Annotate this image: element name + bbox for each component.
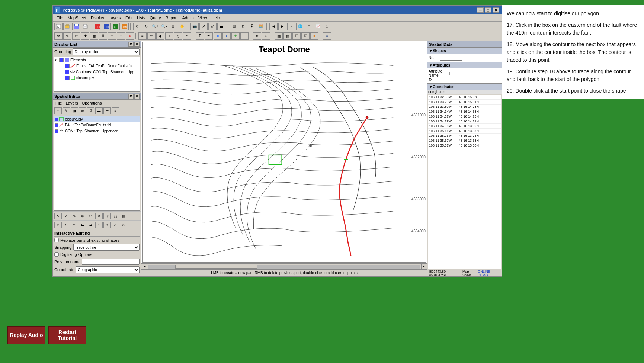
se-edit-btn-9[interactable]: ▤ <box>120 213 127 219</box>
edit-node-btn[interactable]: ✎ <box>63 32 71 40</box>
export-btn[interactable]: ↗ <box>199 23 208 30</box>
circle-btn[interactable]: ○ <box>165 32 173 40</box>
se-menu-operations[interactable]: Operations <box>81 100 103 106</box>
wave-btn[interactable]: ~ <box>183 32 191 40</box>
new-btn[interactable]: N <box>54 23 63 30</box>
img-btn[interactable]: IMG <box>121 23 129 30</box>
ie-snapping-select[interactable]: Trace outline <box>73 244 140 251</box>
prev-btn[interactable]: ◄ <box>269 23 278 30</box>
menu-help[interactable]: Help <box>209 15 222 21</box>
sdp-no-input[interactable] <box>440 55 462 61</box>
se-layer-closure-check[interactable] <box>55 118 58 121</box>
se-btn-5[interactable]: ⧉ <box>87 107 94 114</box>
layers2-btn[interactable]: ≡ <box>138 32 147 40</box>
menu-file[interactable]: File <box>54 15 65 21</box>
sdp-attributes-header[interactable]: ▼ Attributes <box>427 62 502 68</box>
tree-item-elements[interactable]: ▾ Elements <box>54 57 140 63</box>
ie-coordinate-select[interactable]: Geographic <box>76 266 140 273</box>
tree-item-contours[interactable]: Contours: CON Top_Shannon_Upper.con <box>54 69 140 75</box>
pen-btn[interactable]: ✒ <box>205 32 213 40</box>
spatial-editor-settings-btn[interactable]: ⚙ <box>128 94 134 99</box>
global-btn[interactable]: 🌐 <box>296 23 304 30</box>
se-edit2-btn-1[interactable]: ✏ <box>54 222 62 228</box>
bar-btn[interactable]: ▬ <box>217 23 225 30</box>
menu-report[interactable]: Report <box>163 15 180 21</box>
next-btn[interactable]: ► <box>278 23 286 30</box>
save-btn[interactable] <box>72 23 80 30</box>
se-edit-btn-3[interactable]: ✎ <box>71 213 78 219</box>
blue-circle-btn[interactable]: ● <box>323 32 331 40</box>
navigate-fwd-btn[interactable]: ↻ <box>142 23 150 30</box>
menu-edit[interactable]: Edit <box>123 15 135 21</box>
spatial-editor-close-btn[interactable]: ✕ <box>134 94 140 99</box>
dots-btn[interactable]: ⠿ <box>99 32 107 40</box>
info-btn[interactable]: ℹ <box>323 23 331 30</box>
se-btn-8[interactable]: ≡ <box>112 107 119 114</box>
ie-digitizing-checkbox[interactable] <box>54 252 59 257</box>
ie-replace-checkbox[interactable] <box>54 238 59 242</box>
se-menu-layers[interactable]: Layers <box>65 100 79 106</box>
se-btn-7[interactable]: ━ <box>103 107 111 114</box>
map-canvas[interactable]: Teapot Dome 800000 E 8010000 E 8020000 E… <box>142 42 426 263</box>
pan-btn[interactable]: ✋ <box>178 23 186 30</box>
se-layer-contours[interactable]: CON : Top_Shannon_Upper.con <box>54 128 140 134</box>
shapes-btn[interactable]: ◆ <box>156 32 164 40</box>
arrow-up-btn[interactable]: ↑ <box>117 32 125 40</box>
calc-btn[interactable]: 🧮 <box>257 23 265 30</box>
se-edit-btn-8[interactable]: ⬚ <box>112 213 119 219</box>
grid-btn[interactable]: ⊞ <box>230 23 238 30</box>
tree-toggle-elements[interactable]: ▾ <box>55 58 59 62</box>
edit2-btn[interactable]: ✏ <box>147 32 156 40</box>
se-layer-contours-check[interactable] <box>55 129 58 133</box>
se-edit-btn-7[interactable]: ⧬ <box>103 213 111 219</box>
se-edit-btn-4[interactable]: ⊕ <box>79 213 86 219</box>
dash-btn[interactable]: ━ <box>108 32 116 40</box>
import-btn[interactable]: ↙ <box>208 23 217 30</box>
tree-check-closure[interactable] <box>65 76 70 80</box>
minimize-button[interactable]: ─ <box>477 7 484 13</box>
sdp-coordinates-header[interactable]: ▼ Coordinates <box>427 84 502 90</box>
se-edit2-btn-8[interactable]: ⤢ <box>112 222 119 228</box>
print-btn[interactable] <box>81 23 89 30</box>
zoom-in-btn[interactable]: 🔍+ <box>151 23 159 30</box>
se-edit2-btn-5[interactable]: ⇌ <box>87 222 94 228</box>
scroll-right-arrow[interactable]: ► <box>421 264 426 269</box>
map-scrollbar[interactable]: ◄ ► <box>141 263 427 269</box>
xls-btn[interactable]: XLS <box>112 23 120 30</box>
display-list-close-btn[interactable]: ✕ <box>134 42 140 47</box>
right-btn[interactable]: → <box>240 32 249 40</box>
orange-btn[interactable]: ■ <box>310 32 318 40</box>
se-btn-2[interactable]: ✎ <box>63 107 70 114</box>
restart-tutorial-button[interactable]: Restart Tutorial <box>48 326 86 344</box>
table-btn[interactable]: ▦ <box>275 32 283 40</box>
text-btn[interactable]: T <box>196 32 204 40</box>
se-edit2-btn-2[interactable]: ↶ <box>63 222 70 228</box>
se-edit-btn-6[interactable]: ⊘ <box>95 213 103 219</box>
se-layer-faults-check[interactable] <box>55 123 58 127</box>
settings-btn[interactable]: ⚙ <box>239 23 247 30</box>
db-btn[interactable]: 🗄 <box>248 23 256 30</box>
se-layer-faults[interactable]: FAL : TeaPotDomeFaults.fal <box>54 122 140 128</box>
se-edit-btn-5[interactable]: ✂ <box>87 213 94 219</box>
checkbox-btn[interactable]: ☑ <box>301 32 310 40</box>
undo-btn[interactable]: ↺ <box>54 32 63 40</box>
tree-item-faults[interactable]: Faults: FAL TeaPotDomeFaults.fal <box>54 63 140 69</box>
se-btn-6[interactable]: ▬ <box>95 107 103 114</box>
scissors-btn[interactable]: ✂ <box>72 32 80 40</box>
close-button[interactable]: ✕ <box>493 7 499 13</box>
se-edit2-btn-3[interactable]: ↷ <box>71 222 78 228</box>
tree-check-elements[interactable] <box>59 58 64 62</box>
scroll-thumb[interactable] <box>175 265 257 269</box>
se-edit2-btn-9[interactable]: ✕ <box>120 222 127 228</box>
scroll-left-arrow[interactable]: ◄ <box>142 264 147 269</box>
doc-btn[interactable]: DOC <box>103 23 111 30</box>
replay-audio-button[interactable]: Replay Audio <box>7 326 45 344</box>
box-btn[interactable]: ☐ <box>292 32 301 40</box>
red-dot-btn[interactable]: ● <box>126 32 134 40</box>
se-layer-closure[interactable]: closure.ply <box>54 116 140 122</box>
format-btn[interactable]: ▤ <box>283 32 292 40</box>
cross-btn[interactable]: ✚ <box>81 32 89 40</box>
scale-btn[interactable]: ⇔ <box>253 32 261 40</box>
display-list-settings-btn[interactable]: ⚙ <box>128 42 134 47</box>
menu-view[interactable]: View <box>196 15 209 21</box>
